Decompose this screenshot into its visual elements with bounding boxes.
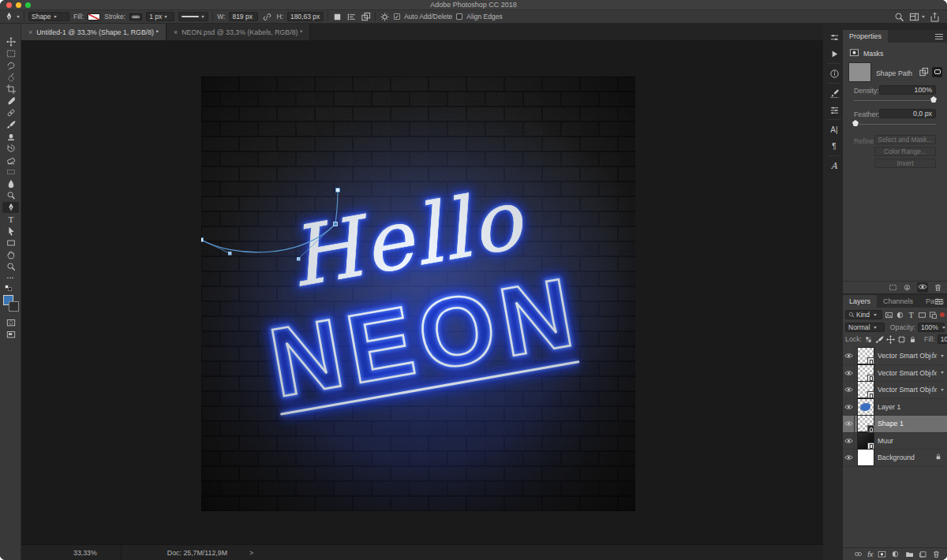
layer-thumbnail[interactable] [858,348,874,364]
layer-row-background[interactable]: Background [843,450,947,467]
tool-lasso[interactable] [2,60,19,71]
auto-add-delete-checkbox[interactable] [394,13,400,20]
gear-icon[interactable] [380,12,390,22]
panel-menu-icon[interactable] [935,299,943,304]
blend-mode-dropdown[interactable]: Normal [845,323,885,332]
zoom-level-field[interactable]: 33,33% [73,549,97,557]
filter-adjustment-layers-icon[interactable] [896,310,904,319]
glyphs-panel-icon[interactable]: A [826,159,842,173]
workspace-switcher[interactable] [909,12,925,22]
layer-row-vector-smart-object-2[interactable]: Vector Smart Object c... fx [843,365,947,383]
path-anchor-point[interactable] [336,189,340,192]
tool-horizontal-type[interactable] [2,214,19,225]
path-handle-point[interactable] [297,257,301,261]
tool-mode-dropdown[interactable]: Shape [28,12,69,21]
vector-mask-icon[interactable] [932,67,942,77]
shape-width-field[interactable]: 819 px [229,12,258,21]
stroke-width-field[interactable]: 1 px [146,12,174,21]
visibility-toggle[interactable] [843,365,855,382]
document-tab-untitled[interactable]: × Untitled-1 @ 33,3% (Shape 1, RGB/8) * [21,24,167,40]
tool-rectangular-marquee[interactable] [2,48,19,59]
path-handle-point[interactable] [228,252,232,256]
path-alignment-icon[interactable] [346,12,357,22]
edit-toolbar-ellipsis[interactable]: ••• [0,275,21,280]
layer-thumbnail[interactable] [858,416,874,431]
canvas[interactable]: Hello NEON Hello NEON Hello NEON [201,77,635,511]
tool-hand[interactable] [2,249,19,260]
layer-thumbnail[interactable] [858,382,874,398]
visibility-toggle[interactable] [843,348,855,364]
layer-row-vector-smart-object-3[interactable]: Vector Smart Object fx [843,382,947,399]
density-slider[interactable] [854,100,936,101]
tool-preset-picker[interactable] [4,12,20,22]
stroke-swatch[interactable] [129,13,142,21]
tool-spot-healing-brush[interactable] [2,107,19,118]
add-layer-mask-icon[interactable] [878,550,886,558]
search-icon[interactable] [894,12,904,22]
path-arrangement-icon[interactable] [361,12,371,22]
layer-row-layer-1[interactable]: Layer 1 [843,399,947,416]
filter-type-layers-icon[interactable] [907,310,915,319]
feather-value-field[interactable]: 0,0 px [879,109,936,118]
lock-artboard-icon[interactable] [897,334,906,344]
visibility-toggle[interactable] [843,433,855,450]
lock-transparency-icon[interactable] [864,334,873,344]
layer-filter-toggle[interactable] [940,312,945,317]
delete-mask-icon[interactable] [934,283,942,292]
tool-blur[interactable] [2,178,19,189]
actions-panel-icon[interactable] [826,47,842,61]
shape-height-field[interactable]: 180,63 px [287,12,324,21]
tool-pen[interactable] [2,202,19,213]
tool-history-brush[interactable] [2,143,19,154]
background-lock-icon[interactable] [934,453,947,462]
filter-pixel-layers-icon[interactable] [885,310,893,319]
lock-position-icon[interactable] [886,334,895,344]
load-selection-icon[interactable] [889,283,897,292]
layer-thumbnail[interactable] [858,365,874,381]
add-layer-style-icon[interactable]: fx [867,551,873,558]
close-tab-icon[interactable]: × [28,28,32,36]
filter-shape-layers-icon[interactable] [918,310,926,319]
status-options-chevron[interactable]: > [249,549,253,557]
add-adjustment-layer-icon[interactable] [891,550,900,558]
density-slider-knob[interactable] [930,96,937,103]
screen-mode-button[interactable] [2,329,19,340]
lock-pixels-icon[interactable] [875,334,884,344]
align-edges-checkbox[interactable] [456,13,462,20]
brushes-panel-icon[interactable] [826,103,842,117]
tool-eraser[interactable] [2,155,19,166]
brush-settings-panel-icon[interactable] [826,86,842,100]
link-dimensions-icon[interactable] [262,12,272,22]
new-layer-icon[interactable] [919,550,927,558]
tool-clone-stamp[interactable] [2,131,19,142]
background-color-swatch[interactable] [9,301,19,312]
visibility-toggle[interactable] [843,399,855,416]
tool-eyedropper[interactable] [2,95,19,106]
share-icon[interactable] [930,12,940,22]
visibility-toggle[interactable] [843,382,855,398]
tab-properties[interactable]: Properties [843,30,888,43]
fill-swatch[interactable] [88,13,100,21]
paragraph-panel-icon[interactable]: ¶ [826,139,842,153]
path-anchor-point-selected[interactable] [334,222,338,226]
tool-zoom[interactable] [2,261,19,272]
color-range-button[interactable]: Color Range... [874,147,936,156]
path-anchor-point[interactable] [201,238,204,242]
layer-row-vector-smart-object-1[interactable]: Vector Smart Object c... fx [843,348,947,365]
mask-visibility-toggle[interactable] [917,282,928,293]
feather-slider[interactable] [854,124,936,125]
color-panel-icon[interactable] [826,30,842,44]
layer-thumbnail[interactable] [858,450,874,465]
feather-slider-knob[interactable] [852,120,859,126]
new-group-icon[interactable] [905,550,914,558]
fill-dropdown[interactable]: 100% [938,334,947,344]
density-value-field[interactable]: 100% [879,85,936,95]
layer-thumbnail[interactable] [858,399,874,415]
invert-button[interactable]: Invert [874,159,936,168]
tool-dodge[interactable] [2,190,19,201]
document-tab-neon-psd[interactable]: × NEON.psd @ 33,3% (Kabels, RGB/8) * [167,24,310,40]
close-tab-icon[interactable]: × [174,28,178,36]
tool-quick-selection[interactable] [2,72,19,83]
character-panel-icon[interactable]: A| [826,122,842,136]
info-panel-icon[interactable] [826,66,842,80]
